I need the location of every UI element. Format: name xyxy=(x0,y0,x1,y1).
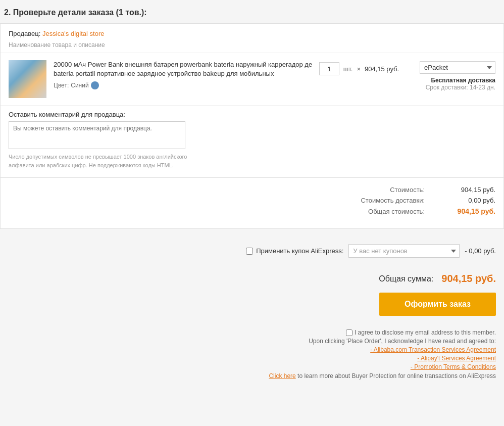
alipay-link-row: - Alipay't Services Agreement xyxy=(8,355,496,362)
unit-label: шт. xyxy=(343,65,353,73)
quantity-input[interactable] xyxy=(319,62,339,75)
comment-hint: Число допустимых символов не превышает 1… xyxy=(9,153,211,169)
coupon-checkbox[interactable] xyxy=(246,248,253,255)
delivery-time-label: Срок доставки: 14-23 дн. xyxy=(426,84,495,91)
order-card: Продавец: Jessica's digital store Наимен… xyxy=(0,23,504,229)
product-header: Наименование товара и описание xyxy=(1,39,503,53)
product-image xyxy=(9,60,46,98)
section-title: 2. Проверьте детали заказа (1 тов.): xyxy=(0,0,504,23)
free-delivery-label: Бесплатная доставка xyxy=(431,77,495,84)
coupon-checkbox-label: Применить купон AliExpress: xyxy=(246,247,343,255)
product-name: 20000 мАч Power Bank внешняя батарея pow… xyxy=(54,60,314,78)
place-order-section: Оформить заказ xyxy=(0,293,504,324)
product-details: 20000 мАч Power Bank внешняя батарея pow… xyxy=(54,60,314,89)
seller-row: Продавец: Jessica's digital store xyxy=(1,24,503,39)
total-section: Общая сумма: 904,15 руб. xyxy=(0,268,504,293)
acknowledge-text: Upon clicking 'Place Order', I acknowled… xyxy=(8,338,496,345)
times-symbol: × xyxy=(357,65,361,73)
color-label: Цвет: xyxy=(54,82,69,89)
buyer-protection-row: Click here to learn more about Buyer Pro… xyxy=(8,372,496,380)
shipping-cost-row: Стоимость доставки: 0,00 руб. xyxy=(9,197,495,204)
place-order-button[interactable]: Оформить заказ xyxy=(379,293,496,316)
coupon-select[interactable]: У вас нет купонов xyxy=(348,244,460,258)
coupon-discount: - 0,00 руб. xyxy=(465,247,496,255)
comment-section: Оставить комментарий для продавца: Число… xyxy=(1,106,503,177)
coupon-label-text: Применить купон AliExpress: xyxy=(256,247,343,255)
subtotal-row: Стоимость: 904,15 руб. xyxy=(9,186,495,194)
alibaba-agreement-link[interactable]: - Alibaba.com Transaction Services Agree… xyxy=(370,346,496,353)
qty-price-row: шт. × 904,15 руб. xyxy=(319,62,399,75)
legal-section: I agree to disclose my email address to … xyxy=(0,324,504,390)
agree-email-row: I agree to disclose my email address to … xyxy=(8,329,496,336)
product-qty-price: шт. × 904,15 руб. xyxy=(314,60,405,75)
color-value: Синий xyxy=(71,82,88,89)
total-cost-row: Общая стоимость: 904,15 руб. xyxy=(9,207,495,215)
alibaba-link-row: - Alibaba.com Transaction Services Agree… xyxy=(8,346,496,353)
total-label: Общая сумма: xyxy=(379,274,433,283)
promotion-link-row: - Promotion Terms & Conditions xyxy=(8,363,496,370)
shipping-method-select[interactable]: ePacket China Post AliExpress Standard xyxy=(420,61,495,74)
shipping-cost-label: Стоимость доставки: xyxy=(334,197,425,204)
coupon-section: Применить купон AliExpress: У вас нет ку… xyxy=(0,234,504,268)
buyer-protection-text: to learn more about Buyer Protection for… xyxy=(297,372,496,380)
product-image-inner xyxy=(9,60,46,98)
seller-name-link[interactable]: Jessica's digital store xyxy=(42,30,104,37)
total-amount: 904,15 руб. xyxy=(441,273,496,285)
price-per-unit: 904,15 руб. xyxy=(365,65,399,73)
seller-label: Продавец: xyxy=(9,30,40,37)
agree-email-text: I agree to disclose my email address to … xyxy=(355,329,496,336)
total-cost-value: 904,15 руб. xyxy=(435,207,495,215)
buyer-protection-link[interactable]: Click here xyxy=(269,372,295,380)
total-cost-label: Общая стоимость: xyxy=(334,208,425,215)
shipping-cost-value: 0,00 руб. xyxy=(435,197,495,204)
product-row: 20000 мАч Power Bank внешняя батарея pow… xyxy=(1,53,503,106)
shipping-section: ePacket China Post AliExpress Standard Б… xyxy=(405,60,495,91)
subtotal-label: Стоимость: xyxy=(334,186,425,194)
seller-comment-textarea[interactable] xyxy=(9,121,185,149)
cost-summary: Стоимость: 904,15 руб. Стоимость доставк… xyxy=(1,178,503,228)
alipay-agreement-link[interactable]: - Alipay't Services Agreement xyxy=(417,355,496,362)
agree-email-checkbox[interactable] xyxy=(346,329,352,336)
promotion-terms-link[interactable]: - Promotion Terms & Conditions xyxy=(411,363,496,370)
color-swatch xyxy=(91,81,99,89)
subtotal-value: 904,15 руб. xyxy=(435,186,495,194)
comment-label: Оставить комментарий для продавца: xyxy=(9,111,495,118)
product-color: Цвет: Синий xyxy=(54,81,314,89)
